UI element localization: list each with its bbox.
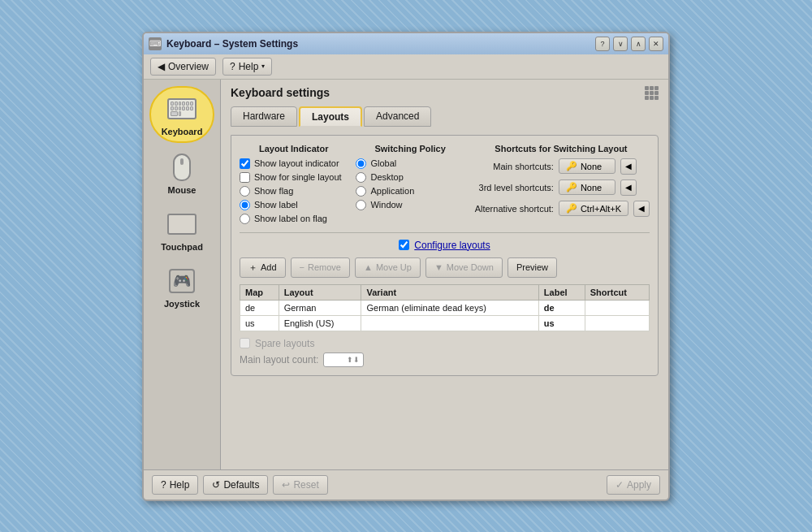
add-icon: ＋ xyxy=(248,262,257,274)
spare-layouts-row: Spare layouts xyxy=(240,338,650,349)
defaults-label: Defaults xyxy=(223,479,259,491)
table-row[interactable]: de German German (eliminate dead keys) d… xyxy=(240,300,650,315)
show-for-single-layout-checkbox[interactable] xyxy=(240,172,250,183)
spare-layouts-label: Spare layouts xyxy=(255,338,314,349)
layout-count-label: Main layout count: xyxy=(240,354,318,365)
third-level-clear[interactable]: ◀ xyxy=(620,179,637,196)
global-radio[interactable] xyxy=(356,158,366,169)
sidebar-mouse-label: Mouse xyxy=(168,185,197,195)
show-label-on-flag-radio[interactable] xyxy=(240,214,250,224)
row1-variant xyxy=(361,315,538,331)
help-footer-button[interactable]: ? Help xyxy=(152,475,198,495)
joystick-icon: 🎮 xyxy=(166,265,198,297)
reset-button[interactable]: ↩ Reset xyxy=(273,475,327,495)
layout-count-spinbox[interactable]: ⬆⬇ xyxy=(323,353,364,367)
titlebar-buttons: ? ∨ ∧ ✕ xyxy=(595,37,663,51)
tab-hardware-label: Hardware xyxy=(243,110,285,122)
alternative-value: Ctrl+Alt+K xyxy=(581,204,621,214)
show-label-item[interactable]: Show label xyxy=(240,200,348,210)
layout-indicator-title: Layout Indicator xyxy=(240,144,348,154)
show-layout-indicator-item[interactable]: Show layout indicator xyxy=(240,158,348,169)
row0-label: de xyxy=(538,300,585,315)
help-button[interactable]: ? Help ▾ xyxy=(222,58,272,76)
remove-label: Remove xyxy=(308,262,341,272)
remove-button[interactable]: − Remove xyxy=(291,257,350,278)
desktop-item[interactable]: Desktop xyxy=(356,172,464,183)
row0-variant: German (eliminate dead keys) xyxy=(361,300,538,315)
configure-layouts-checkbox[interactable] xyxy=(399,240,409,250)
three-column-section: Layout Indicator Show layout indicator S… xyxy=(240,144,650,224)
main-shortcuts-clear[interactable]: ◀ xyxy=(620,158,637,175)
key-icon-2: 🔑 xyxy=(566,182,577,192)
grid-icon xyxy=(645,86,659,100)
overview-button[interactable]: ◀ Overview xyxy=(150,58,216,76)
alternative-clear[interactable]: ◀ xyxy=(633,201,650,217)
close-button[interactable]: ✕ xyxy=(649,37,663,51)
window-label: Window xyxy=(370,200,402,210)
sidebar-item-mouse[interactable]: Mouse xyxy=(149,146,214,200)
move-up-button[interactable]: ▲ Move Up xyxy=(355,257,421,278)
tab-layouts[interactable]: Layouts xyxy=(299,106,362,127)
spare-layouts-checkbox[interactable] xyxy=(240,338,250,348)
sidebar-keyboard-label: Keyboard xyxy=(162,127,203,136)
application-item[interactable]: Application xyxy=(356,186,464,197)
help-titlebar-button[interactable]: ? xyxy=(595,37,610,51)
configure-layouts-link[interactable]: Configure layouts xyxy=(414,240,490,251)
row1-shortcut xyxy=(585,315,649,331)
apply-icon: ✓ xyxy=(615,479,624,491)
window-radio[interactable] xyxy=(356,200,366,210)
section-title-row: Keyboard settings xyxy=(231,86,659,100)
toolbar: ◀ Overview ? Help ▾ xyxy=(144,54,668,80)
desktop-radio[interactable] xyxy=(356,172,366,183)
tab-advanced[interactable]: Advanced xyxy=(364,106,431,127)
show-for-single-layout-item[interactable]: Show for single layout xyxy=(240,172,348,183)
main-panel: Keyboard settings Hardware Layouts Advan… xyxy=(221,80,668,469)
help-dropdown-icon: ▾ xyxy=(261,63,265,70)
layout-indicator-options: Show layout indicator Show for single la… xyxy=(240,158,348,224)
show-label-on-flag-item[interactable]: Show label on flag xyxy=(240,214,348,224)
overview-label: Overview xyxy=(168,61,209,72)
move-up-icon: ▲ xyxy=(364,262,373,272)
add-button[interactable]: ＋ Add xyxy=(240,257,286,278)
main-shortcuts-button[interactable]: 🔑 None xyxy=(559,158,615,174)
section-title-text: Keyboard settings xyxy=(231,86,330,99)
window-item[interactable]: Window xyxy=(356,200,464,210)
defaults-button[interactable]: ↺ Defaults xyxy=(203,475,268,495)
shortcuts-section: Shortcuts for Switching Layout Main shor… xyxy=(473,144,650,224)
row0-layout: German xyxy=(279,300,361,315)
help-label: Help xyxy=(239,61,259,72)
global-item[interactable]: Global xyxy=(356,158,464,169)
key-icon-3: 🔑 xyxy=(566,203,577,214)
show-label-radio[interactable] xyxy=(240,200,250,210)
show-label-label: Show label xyxy=(254,200,298,210)
window-footer: ? Help ↺ Defaults ↩ Reset ✓ Apply xyxy=(144,469,668,500)
maximize-button[interactable]: ∧ xyxy=(631,37,646,51)
layout-indicator-section: Layout Indicator Show layout indicator S… xyxy=(240,144,348,224)
alternative-shortcut-row: Alternative shortcut: 🔑 Ctrl+Alt+K ◀ xyxy=(473,201,650,217)
alternative-button[interactable]: 🔑 Ctrl+Alt+K xyxy=(559,201,628,216)
show-layout-indicator-checkbox[interactable] xyxy=(240,158,250,169)
third-level-button[interactable]: 🔑 None xyxy=(559,179,615,195)
apply-button[interactable]: ✓ Apply xyxy=(607,475,660,495)
sidebar-item-keyboard[interactable]: Keyboard xyxy=(149,86,214,143)
apply-label: Apply xyxy=(627,479,651,491)
show-label-on-flag-label: Show label on flag xyxy=(254,214,327,223)
application-label: Application xyxy=(370,186,414,196)
table-row[interactable]: us English (US) us xyxy=(240,315,650,331)
tab-hardware[interactable]: Hardware xyxy=(231,106,297,127)
sidebar-item-touchpad[interactable]: Touchpad xyxy=(149,203,214,257)
sidebar-joystick-label: Joystick xyxy=(164,299,200,309)
minimize-button[interactable]: ∨ xyxy=(613,37,628,51)
application-radio[interactable] xyxy=(356,186,366,197)
remove-icon: − xyxy=(300,262,304,272)
sidebar-item-joystick[interactable]: 🎮 Joystick xyxy=(149,260,214,314)
reset-label: Reset xyxy=(293,479,318,491)
col-label: Label xyxy=(538,284,585,300)
help-icon: ? xyxy=(230,61,235,72)
show-flag-radio[interactable] xyxy=(240,186,250,197)
preview-button[interactable]: Preview xyxy=(508,257,557,278)
sidebar: Keyboard Mouse Touchpad 🎮 xyxy=(144,80,221,469)
show-flag-item[interactable]: Show flag xyxy=(240,186,348,197)
move-down-button[interactable]: ▼ Move Down xyxy=(425,257,503,278)
layout-table: Map Layout Variant Label Shortcut de Ger… xyxy=(240,284,650,331)
